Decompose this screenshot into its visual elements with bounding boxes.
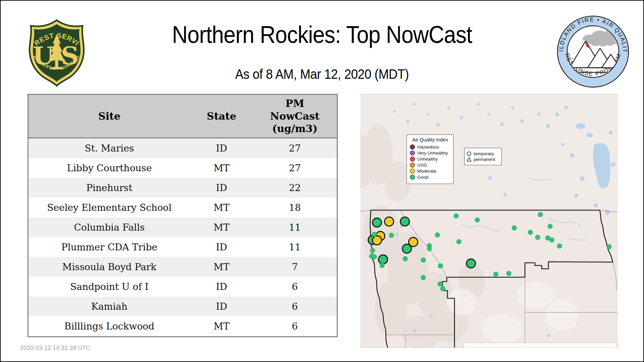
table-row: Libby CourthouseMT27: [28, 158, 337, 178]
site-cell: Missoula Boyd Park: [28, 257, 191, 277]
column-header-state: State: [190, 95, 253, 138]
monitor-marker-large-good: [400, 217, 410, 227]
monitor-marker-small-good: [456, 239, 461, 244]
monitor-marker-small-good: [549, 237, 554, 242]
monitor-marker-small-good: [535, 235, 540, 240]
table-row: Seeley Elementary SchoolMT18: [28, 198, 337, 218]
usfs-letter-u: U: [33, 41, 54, 70]
site-cell: Kamiah: [28, 297, 191, 316]
aqi-legend-label: Very Unhealthy: [417, 150, 448, 156]
monitor-marker-small-good: [379, 263, 384, 268]
value-cell: 6: [253, 297, 337, 316]
monitor-marker-small-good: [370, 248, 375, 253]
monitor-marker-small-good: [389, 233, 394, 238]
monitor-marker-small-good: [547, 224, 552, 229]
monitor-marker-small-good: [438, 263, 443, 268]
state-cell: ID: [190, 237, 253, 257]
map-attribution-strip: [464, 343, 617, 348]
aqi-legend-item: Hazardous: [410, 144, 450, 149]
permanent-monitor-icon: [467, 157, 472, 162]
symbol-legend: temporary permanent: [464, 148, 502, 165]
value-cell: 6: [253, 277, 337, 297]
state-cell: MT: [190, 316, 253, 337]
aqi-legend-label: USG: [417, 163, 427, 168]
value-cell: 11: [253, 218, 337, 237]
state-cell: MT: [190, 218, 253, 237]
page-subtitle: As of 8 AM, Mar 12, 2020 (MDT): [235, 66, 409, 82]
nowcast-table: Site State PM NowCast (ug/m3) St. Maries…: [28, 94, 338, 337]
monitor-marker-small-good: [372, 254, 377, 259]
aqi-color-dot-icon: [410, 150, 415, 156]
table-row: Sandpoint U of IID6: [28, 277, 337, 297]
aqi-color-dot-icon: [410, 144, 415, 149]
value-cell: 6: [253, 316, 337, 337]
generated-timestamp: 2020-03-12 14:31:38 UTC: [20, 345, 90, 352]
monitor-marker-small-good: [372, 232, 377, 237]
value-cell: 7: [253, 257, 337, 277]
aqi-legend-item: Unhealthy: [410, 157, 450, 162]
monitor-marker-large-moderate: [372, 235, 382, 245]
monitor-marker-large-moderate: [384, 217, 394, 227]
site-cell: Columbia Falls: [28, 218, 191, 237]
aqi-legend-label: Hazardous: [417, 144, 439, 149]
site-cell: Pinehurst: [28, 178, 191, 198]
site-cell: Seeley Elementary School: [28, 198, 191, 218]
aqi-legend-item: Very Unhealthy: [410, 150, 450, 156]
aqi-legend-title: Air Quality Index: [410, 137, 450, 142]
monitor-marker-small-good: [506, 271, 511, 276]
monitor-marker-small-good: [528, 230, 533, 235]
aqi-color-dot-icon: [410, 157, 415, 162]
state-cell: MT: [190, 198, 253, 218]
temporary-label: temporary: [474, 151, 494, 156]
state-cell: MT: [190, 158, 253, 178]
value-cell: 11: [253, 237, 337, 257]
monitor-marker-large-good: [466, 258, 476, 268]
monitor-marker-small-good: [440, 286, 445, 291]
table-row: Plummer CDA TribeID11: [28, 237, 337, 257]
table-row: Missoula Boyd ParkMT7: [28, 257, 337, 277]
value-cell: 27: [253, 138, 337, 159]
monitor-marker-small-good: [557, 243, 562, 248]
monitor-marker-small-good: [454, 213, 459, 218]
aqi-legend-item: Moderate: [410, 169, 450, 174]
wfaqrp-logo-icon: WILDLAND FIRE • AIR QUALITY RESPONSE PRO…: [556, 15, 630, 88]
table-row: Columbia FallsMT11: [28, 218, 337, 237]
aqi-color-dot-icon: [410, 163, 415, 168]
monitor-marker-large-good: [402, 244, 412, 254]
site-cell: Plummer CDA Tribe: [28, 237, 191, 257]
monitor-marker-small-good: [421, 258, 426, 263]
value-cell: 27: [253, 158, 337, 178]
temporary-monitor-icon: [467, 151, 472, 156]
value-cell: 22: [253, 178, 337, 198]
site-cell: St. Maries: [28, 138, 191, 159]
state-cell: MT: [190, 257, 253, 277]
aqi-legend-label: Unhealthy: [417, 157, 438, 162]
page-title: Northern Rockies: Top NowCast: [172, 21, 472, 48]
monitor-marker-small-good: [427, 246, 432, 251]
permanent-label: permanent: [474, 157, 495, 162]
column-header-site: Site: [28, 95, 191, 138]
aqi-legend-label: Good: [417, 175, 428, 180]
state-cell: ID: [190, 297, 253, 316]
slide: FOREST SERVICE DEPARTMENT OF AGRICULTURE…: [0, 0, 644, 362]
monitor-marker-small-good: [421, 275, 426, 280]
basemap: [361, 94, 617, 348]
monitor-marker-small-good: [403, 256, 408, 261]
monitor-marker-small-good: [538, 212, 543, 217]
site-cell: Billlings Lockwood: [28, 316, 191, 337]
aqi-legend: Air Quality Index HazardousVery Unhealth…: [407, 134, 453, 184]
monitor-marker-small-good: [493, 272, 498, 277]
aqi-legend-item: Good: [410, 175, 450, 180]
aqi-legend-label: Moderate: [417, 169, 436, 174]
aqi-legend-item: USG: [410, 163, 450, 168]
state-cell: ID: [190, 178, 253, 198]
state-cell: ID: [190, 138, 253, 159]
table-row: PinehurstID22: [28, 178, 337, 198]
column-header-pm-nowcast: PM NowCast (ug/m3): [253, 95, 337, 138]
monitor-marker-small-good: [475, 217, 480, 222]
usfs-letter-s: S: [61, 41, 79, 70]
monitor-marker-small-good: [512, 226, 517, 231]
monitor-marker-small-good: [607, 244, 612, 249]
forest-service-logo-icon: FOREST SERVICE DEPARTMENT OF AGRICULTURE…: [25, 16, 88, 88]
state-cell: ID: [190, 277, 253, 297]
